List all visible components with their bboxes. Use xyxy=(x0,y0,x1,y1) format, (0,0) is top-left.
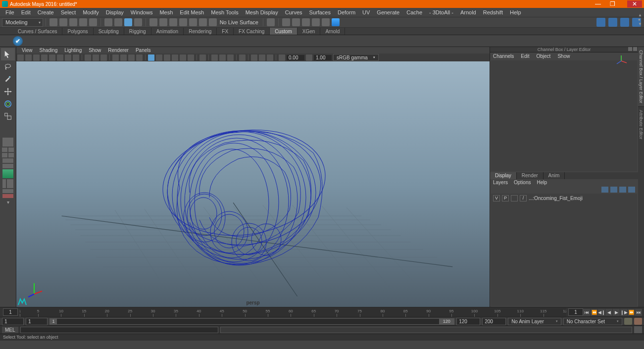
layer-menu-layers[interactable]: Layers xyxy=(493,180,508,185)
new-scene-icon[interactable] xyxy=(50,18,57,26)
colorspace-select[interactable]: sRGB gamma▾ xyxy=(333,54,379,61)
ipr-icon[interactable] xyxy=(292,18,300,26)
current-frame-field[interactable]: 1 xyxy=(568,308,583,316)
go-start-icon[interactable]: ⏮ xyxy=(583,309,590,316)
menu-windows[interactable]: Windows xyxy=(127,8,156,16)
shelf-check-icon[interactable]: ✔ xyxy=(13,36,23,46)
panel-menu-panels[interactable]: Panels xyxy=(132,48,154,53)
timeline-ruler[interactable]: 1510152025303540455055606570758085909510… xyxy=(20,308,566,317)
menu-cache[interactable]: Cache xyxy=(403,8,426,16)
layout-two-v[interactable] xyxy=(1,158,14,169)
mode-selector[interactable]: Modeling xyxy=(2,18,43,27)
gamma-icon[interactable] xyxy=(306,54,312,61)
menu-uv[interactable]: UV xyxy=(359,8,373,16)
menu-create[interactable]: Create xyxy=(34,8,57,16)
select-mode-icon[interactable] xyxy=(104,18,112,26)
layer-tab-render[interactable]: Render xyxy=(517,172,544,179)
playback-start-field[interactable]: 1 xyxy=(26,318,48,325)
exposure-icon[interactable] xyxy=(279,54,285,61)
view-compass-icon[interactable] xyxy=(614,54,628,68)
panel-layout-icon-1[interactable] xyxy=(596,18,605,27)
open-scene-icon[interactable] xyxy=(59,18,67,26)
smooth-shade-icon[interactable] xyxy=(93,54,99,61)
menu-mesh-display[interactable]: Mesh Display xyxy=(242,8,282,16)
xray-icon[interactable] xyxy=(136,54,143,61)
lights-icon[interactable] xyxy=(112,54,119,61)
step-back-key-icon[interactable]: ⏪ xyxy=(591,309,597,316)
safe-action-icon[interactable] xyxy=(73,54,79,61)
camera-select-icon[interactable] xyxy=(17,54,24,61)
layout-single[interactable] xyxy=(1,137,14,147)
script-editor-icon[interactable] xyxy=(634,326,642,333)
range-handle-left[interactable]: 1 xyxy=(50,319,57,324)
shelf-up-icon[interactable]: ▲ xyxy=(638,13,643,17)
layout-four[interactable] xyxy=(1,147,14,158)
snap-point-icon[interactable] xyxy=(169,18,177,26)
undo-icon[interactable] xyxy=(79,18,87,26)
shelf-tab-fx[interactable]: FX xyxy=(217,28,234,35)
anim-end-field[interactable]: 200 xyxy=(482,318,506,325)
motion-blur-icon[interactable] xyxy=(156,54,162,61)
paint-tool[interactable] xyxy=(1,73,15,85)
render-view-icon[interactable] xyxy=(312,18,320,26)
chan-menu-object[interactable]: Object xyxy=(537,53,551,59)
chan-menu-channels[interactable]: Channels xyxy=(493,53,514,59)
menu-file[interactable]: File xyxy=(2,8,18,16)
menu-modify[interactable]: Modify xyxy=(79,8,102,16)
menu-edit-mesh[interactable]: Edit Mesh xyxy=(176,8,207,16)
move-layer-up-icon[interactable] xyxy=(601,187,608,193)
xray-joints-icon[interactable] xyxy=(251,54,257,61)
live-surface-icon[interactable] xyxy=(209,18,217,26)
aa-icon[interactable] xyxy=(172,54,178,61)
render-icon[interactable] xyxy=(282,18,290,26)
wireframe-icon[interactable] xyxy=(85,54,91,61)
panel-menu-show[interactable]: Show xyxy=(85,48,104,53)
shelf-tab-sculpting[interactable]: Sculpting xyxy=(94,28,124,35)
snap-surface-icon[interactable] xyxy=(189,18,197,26)
menu-select[interactable]: Select xyxy=(57,8,80,16)
panel-menu-lighting[interactable]: Lighting xyxy=(61,48,85,53)
layer-name[interactable]: ...:Oncoming_Fist_Emoji xyxy=(529,196,583,201)
chan-menu-edit[interactable]: Edit xyxy=(521,53,529,59)
shelf-tab-xgen[interactable]: XGen xyxy=(297,28,321,35)
layer-tab-anim[interactable]: Anim xyxy=(544,172,565,179)
rotate-tool[interactable] xyxy=(1,98,15,110)
hypershade-icon[interactable] xyxy=(322,18,330,26)
menu-3dtoall[interactable]: - 3DtoAll - xyxy=(426,8,457,16)
ao-icon[interactable] xyxy=(164,54,170,61)
layer-tab-display[interactable]: Display xyxy=(490,172,517,179)
film-origin-icon[interactable] xyxy=(219,54,226,61)
manip-icon[interactable] xyxy=(227,54,234,61)
anim-layer-select[interactable]: No Anim Layer xyxy=(508,318,561,325)
select-tool[interactable] xyxy=(1,48,15,60)
grid-icon[interactable] xyxy=(211,54,218,61)
select-hierarchy-icon[interactable] xyxy=(114,18,122,26)
panel-menu-renderer[interactable]: Renderer xyxy=(104,48,132,53)
step-fwd-icon[interactable]: ❙▶ xyxy=(620,309,627,316)
layer-row[interactable]: V P / ...:Oncoming_Fist_Emoji xyxy=(492,195,636,202)
script-lang-label[interactable]: MEL xyxy=(2,327,18,333)
save-scene-icon[interactable] xyxy=(69,18,77,26)
shelf-tab-curves[interactable]: Curves / Surfaces xyxy=(13,28,62,35)
menu-help[interactable]: Help xyxy=(506,8,525,16)
gamma-value[interactable]: 1.00 xyxy=(314,55,332,60)
command-input[interactable] xyxy=(20,327,218,333)
menu-redshift[interactable]: Redshift xyxy=(480,8,506,16)
field-chart-icon[interactable] xyxy=(65,54,71,61)
construction-history-icon[interactable] xyxy=(267,18,275,26)
layer-shading-toggle[interactable]: / xyxy=(520,195,527,201)
panel-menu-shading[interactable]: Shading xyxy=(36,48,61,53)
anim-start-field[interactable]: 1 xyxy=(2,318,24,325)
dock-icon[interactable] xyxy=(628,47,632,51)
menu-mesh-tools[interactable]: Mesh Tools xyxy=(207,8,242,16)
menu-curves[interactable]: Curves xyxy=(282,8,306,16)
gate-mask-icon[interactable] xyxy=(57,54,63,61)
new-empty-layer-icon[interactable] xyxy=(619,187,626,193)
shelf-tab-custom[interactable]: Custom xyxy=(270,28,297,35)
new-layer-icon[interactable] xyxy=(628,187,635,193)
select-object-icon[interactable] xyxy=(124,18,132,26)
layer-menu-options[interactable]: Options xyxy=(514,180,531,185)
maximize-button[interactable]: ❐ xyxy=(610,0,615,7)
snap-grid-icon[interactable] xyxy=(149,18,157,26)
snap-curve-icon[interactable] xyxy=(159,18,167,26)
